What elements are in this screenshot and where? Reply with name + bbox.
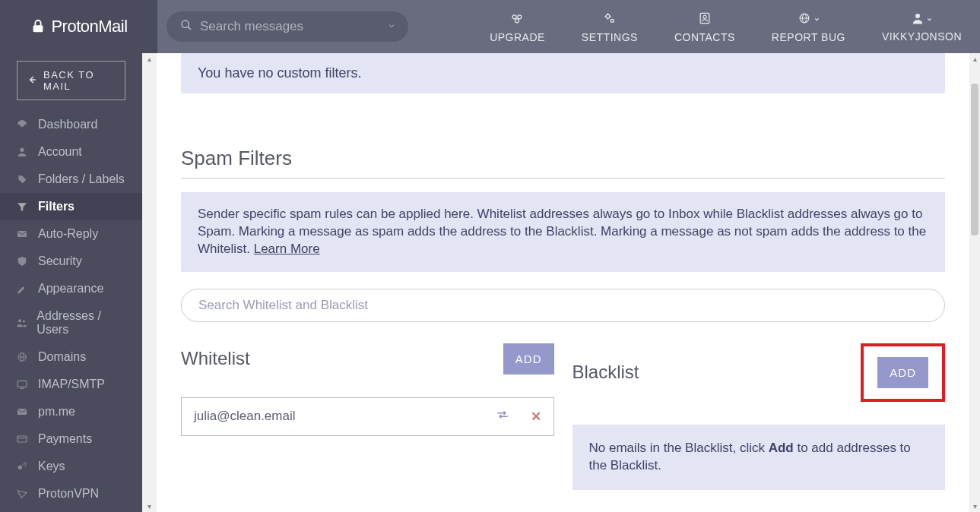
sidebar-item-keys[interactable]: Keys xyxy=(0,453,142,480)
sidebar-item-account[interactable]: Account xyxy=(0,138,142,166)
envelope-icon xyxy=(15,228,29,240)
sidebar-item-folders-labels[interactable]: Folders / Labels xyxy=(0,166,142,193)
svg-rect-24 xyxy=(17,409,27,415)
sidebar-item-label: Account xyxy=(38,145,82,159)
sidebar-item-label: Security xyxy=(38,254,82,268)
whitelist-title: Whitelist xyxy=(181,348,250,369)
sidebar-item-label: Domains xyxy=(38,350,86,364)
contacts-icon xyxy=(697,11,712,28)
scrollbar-thumb[interactable] xyxy=(971,84,978,235)
learn-more-link[interactable]: Learn More xyxy=(254,242,320,256)
search-icon xyxy=(180,19,192,34)
sidebar-item-appearance[interactable]: Appearance xyxy=(0,275,142,302)
nav-contacts[interactable]: CONTACTS xyxy=(656,0,753,53)
nav-user-menu[interactable]: VIKKYJONSON xyxy=(864,0,980,53)
monitor-icon xyxy=(15,378,29,390)
sidebar-item-auto-reply[interactable]: Auto-Reply xyxy=(0,220,142,248)
whitelist-email: julia@clean.email xyxy=(194,409,296,424)
search-input[interactable] xyxy=(200,19,395,34)
nav-upgrade[interactable]: UPGRADE xyxy=(471,0,563,53)
blacklist-title: Blacklist xyxy=(572,362,639,383)
chevron-down-icon xyxy=(813,13,820,25)
sidebar-item-dashboard[interactable]: Dashboard xyxy=(0,111,142,138)
swap-icon[interactable] xyxy=(496,409,509,425)
custom-filters-empty: You have no custom filters. xyxy=(181,53,945,93)
search-lists-input[interactable] xyxy=(198,298,928,313)
logo[interactable]: ProtonMail xyxy=(0,0,157,53)
svg-point-9 xyxy=(703,15,706,18)
sidebar-item-payments[interactable]: Payments xyxy=(0,425,142,453)
svg-point-1 xyxy=(182,21,189,27)
blacklist-add-highlight: ADD xyxy=(861,343,945,402)
svg-point-13 xyxy=(915,14,920,18)
search-messages[interactable] xyxy=(167,11,408,42)
sidebar-item-protonvpn[interactable]: ProtonVPN xyxy=(0,480,142,507)
sidebar-item-label: Auto-Reply xyxy=(38,227,98,241)
globe-icon xyxy=(15,351,29,363)
arrow-left-icon xyxy=(27,74,37,87)
sidebar-item-pmme[interactable]: pm.me xyxy=(0,398,142,425)
chevron-down-icon xyxy=(926,13,933,25)
whitelist-add-button[interactable]: ADD xyxy=(503,343,554,375)
svg-point-18 xyxy=(23,320,25,322)
lock-icon xyxy=(30,18,46,35)
blacklist-add-button[interactable]: ADD xyxy=(877,357,928,388)
sidebar-scrollbar[interactable]: ▴ ▾ xyxy=(142,53,157,512)
key-icon xyxy=(15,460,29,472)
brand-text: ProtonMail xyxy=(51,17,127,36)
svg-line-2 xyxy=(188,27,191,30)
search-lists[interactable] xyxy=(181,289,945,322)
svg-rect-0 xyxy=(33,25,43,32)
whitelist-entry: julia@clean.email ✕ xyxy=(181,397,554,436)
back-to-mail-button[interactable]: BACK TO MAIL xyxy=(17,61,125,100)
svg-point-3 xyxy=(513,14,517,18)
bug-icon xyxy=(797,11,812,28)
scroll-down-icon: ▾ xyxy=(969,502,980,510)
sidebar-item-label: Addresses / Users xyxy=(36,309,127,337)
scroll-down-icon: ▾ xyxy=(142,502,157,510)
sidebar-item-addresses-users[interactable]: Addresses / Users xyxy=(0,302,142,343)
svg-rect-22 xyxy=(17,381,27,387)
svg-point-5 xyxy=(515,18,519,22)
brush-icon xyxy=(15,283,29,295)
sidebar-item-label: ProtonVPN xyxy=(38,487,99,501)
sidebar-item-label: Folders / Labels xyxy=(38,172,125,186)
sidebar-item-label: Filters xyxy=(38,200,75,213)
scroll-up-icon: ▴ xyxy=(142,55,157,63)
content-scrollbar[interactable]: ▴ ▾ xyxy=(969,53,980,512)
sidebar-item-security[interactable]: Security xyxy=(0,248,142,275)
card-icon xyxy=(15,433,29,445)
sidebar-item-label: IMAP/SMTP xyxy=(38,378,105,391)
tag-icon xyxy=(15,173,29,185)
scroll-up-icon: ▴ xyxy=(969,55,980,63)
filter-icon xyxy=(15,201,29,213)
dashboard-icon xyxy=(15,119,29,131)
chevron-down-icon[interactable] xyxy=(387,20,396,33)
svg-point-17 xyxy=(18,319,21,322)
sidebar-item-label: pm.me xyxy=(38,405,75,419)
divider xyxy=(181,178,945,179)
sidebar-item-label: Dashboard xyxy=(38,118,97,131)
sidebar-item-domains[interactable]: Domains xyxy=(0,343,142,371)
nav-report-bug[interactable]: REPORT BUG xyxy=(753,0,864,53)
svg-point-27 xyxy=(18,466,22,469)
svg-rect-25 xyxy=(17,436,27,442)
users-icon xyxy=(15,317,27,329)
nav-settings[interactable]: SETTINGS xyxy=(563,0,656,53)
delete-icon[interactable]: ✕ xyxy=(531,409,541,425)
user-icon xyxy=(15,146,29,158)
sidebar-item-label: Keys xyxy=(38,460,65,473)
sidebar-item-label: Payments xyxy=(38,432,92,446)
sidebar-item-label: Appearance xyxy=(38,282,103,296)
svg-rect-16 xyxy=(17,231,27,237)
sidebar-item-imap-smtp[interactable]: IMAP/SMTP xyxy=(0,371,142,398)
upgrade-icon xyxy=(509,11,525,28)
sidebar-item-filters[interactable]: Filters xyxy=(0,193,142,220)
vpn-icon xyxy=(15,488,29,500)
svg-point-4 xyxy=(518,14,522,18)
shield-icon xyxy=(15,255,29,267)
content-area: You have no custom filters. Spam Filters… xyxy=(157,53,969,512)
spam-filters-title: Spam Filters xyxy=(181,147,945,170)
svg-point-7 xyxy=(611,19,614,22)
user-icon xyxy=(911,11,924,27)
